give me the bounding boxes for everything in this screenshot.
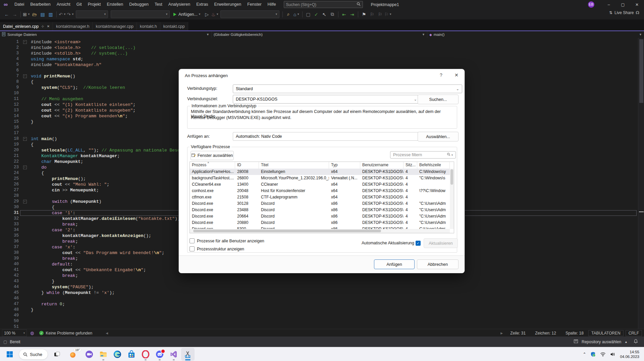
editor-vertical-scrollbar[interactable] [638, 38, 644, 329]
maximize-button[interactable]: ▢ [616, 0, 630, 9]
column-header-typ[interactable]: Typ [329, 162, 360, 169]
code-line-3[interactable]: 3#include <stdlib.h> // system(...) [0, 51, 644, 56]
attach-to-field[interactable]: Automatisch: Nativ Code [233, 132, 420, 141]
tray-chevron-up-icon[interactable]: ⌃ [583, 352, 586, 357]
toolbar-combobox[interactable]: ▼ [76, 10, 108, 18]
menu-ansicht[interactable]: Ansicht [54, 0, 73, 9]
process-row-discord-exe-30128[interactable]: Discord.exe30128Discordx86DESKTOP-KS1DGO… [190, 200, 450, 207]
toolbar-combobox[interactable]: ▼ [220, 10, 279, 18]
pick-window-button[interactable]: Fenster auswählen [191, 151, 234, 160]
menu-analysieren[interactable]: Analysieren [165, 0, 193, 9]
close-button[interactable]: ✕ [630, 0, 644, 9]
column-header-prozess[interactable]: ∧Prozess [190, 162, 235, 169]
fold-toggle-icon[interactable]: − [19, 73, 31, 79]
hscroll-left-arrow-icon[interactable]: ◀ [106, 332, 108, 335]
select-repository-button[interactable]: Repository auswählen [582, 340, 621, 344]
column-header-sitz[interactable]: Sitz... [404, 162, 417, 169]
copy-structure-icon[interactable]: ⧉ [328, 10, 336, 18]
code-line-2[interactable]: 2#include <locale.h> // setlocale(...) [0, 45, 644, 51]
taskbar-weather-widget[interactable]: 19° [64, 348, 82, 361]
tab-kontaktmanager-h[interactable]: kontaktmanager.h [53, 22, 93, 31]
back-arrow-icon[interactable]: ← [3, 10, 11, 18]
scrollbar-thumb[interactable] [193, 230, 381, 232]
show-process-tree-checkbox[interactable]: Prozessstruktur anzeigen [190, 246, 244, 251]
undo-icon[interactable]: ↶▼ [58, 10, 66, 18]
tab-datei_einlesen-cpp[interactable]: Datei_einlesen.cpp⊹✕ [0, 22, 53, 31]
spell-check-icon[interactable]: ✓ [312, 10, 320, 18]
pin-icon[interactable]: ⊹ [41, 24, 44, 28]
taskbar-app-opera[interactable] [139, 348, 152, 361]
solution-explorer-icon[interactable]: ⌂▼ [292, 10, 301, 18]
start-without-debugging-icon[interactable]: ▷ [203, 10, 211, 18]
cancel-button[interactable]: Abbrechen [417, 259, 459, 269]
taskbar-app-video-app[interactable] [83, 348, 96, 361]
bookmark-clear-icon[interactable]: ⚐▼ [384, 10, 392, 18]
menu-git[interactable]: Git [73, 0, 85, 9]
minimize-button[interactable]: – [602, 0, 616, 9]
taskbar-app-start-button[interactable] [3, 348, 16, 361]
process-row-ccleaner64-exe-13400[interactable]: CCleaner64.exe13400CCleanerx64DESKTOP-KS… [190, 181, 450, 188]
fold-toggle-icon[interactable]: − [19, 39, 31, 45]
user-avatar[interactable]: EB [588, 1, 594, 8]
cursor-select-icon[interactable]: ↖ [320, 10, 328, 18]
menu-bearbeiten[interactable]: Bearbeiten [27, 0, 53, 9]
checkbox-unchecked[interactable] [190, 238, 195, 243]
dialog-close-button[interactable]: ✕ [454, 72, 459, 78]
code-line-45[interactable]: 45 } while (Menuepunkt != 'x'); [0, 290, 644, 296]
menu-debuggen[interactable]: Debuggen [126, 0, 152, 9]
table-horizontal-scrollbar[interactable] [190, 229, 450, 233]
process-row-conhost-exe-20048[interactable]: conhost.exe20048Host für Konsolenfenster… [190, 188, 450, 194]
hscroll-right-arrow-icon[interactable]: ▶ [500, 332, 503, 335]
menu-test[interactable]: Test [152, 0, 165, 9]
menu-extras[interactable]: Extras [193, 0, 211, 9]
code-line-46[interactable]: 46 [0, 296, 644, 301]
bookmark-prev-icon[interactable]: ⚐ [368, 10, 376, 18]
taskbar-app-discord[interactable] [153, 348, 166, 361]
refresh-button[interactable]: Aktualisieren [424, 238, 458, 248]
process-row-applicationframehos--28008[interactable]: ApplicationFrameHos...28008Einstellungen… [190, 169, 450, 175]
breadcrumb-member-dropdown[interactable]: ◆ main() ▼ [427, 31, 644, 38]
breadcrumb-project-dropdown[interactable]: Sonstige Dateien ▼ [0, 31, 212, 38]
selection-box-icon[interactable]: ▢ [304, 10, 312, 18]
status-tabs-toggle[interactable]: TABULATOREN [588, 330, 624, 336]
open-file-icon[interactable]: 🗁 [31, 10, 39, 18]
connection-target-combobox[interactable]: DESKTOP-KS1DGOS⌄ [233, 95, 420, 104]
help-button[interactable]: ? [440, 72, 442, 78]
attach-run-button[interactable]: Anfügen...▼ [171, 11, 203, 17]
process-row-backgroundtaskhost--26800[interactable]: backgroundTaskHost....26800Microsoft.You… [190, 175, 450, 181]
table-vertical-scrollbar[interactable] [450, 169, 454, 229]
forward-arrow-icon[interactable]: → [11, 10, 19, 18]
save-all-icon[interactable]: ▥ [47, 10, 55, 18]
attach-button[interactable]: Anfügen [374, 259, 415, 269]
column-header-benutzername[interactable]: Benutzername [360, 162, 404, 169]
redo-icon[interactable]: ↷▼ [66, 10, 74, 18]
menu-projekt[interactable]: Projekt [85, 0, 104, 9]
menu-erweiterungen[interactable]: Erweiterungen [211, 0, 245, 9]
volume-icon[interactable] [610, 352, 615, 357]
code-line-42[interactable]: 42 break; [0, 273, 644, 279]
code-line-4[interactable]: 4using namespace std; [0, 56, 644, 62]
zoom-level-dropdown[interactable]: 100 %▾ [2, 329, 27, 337]
indent-decrease-icon[interactable]: ⇤ [340, 10, 348, 18]
process-table-rows[interactable]: ApplicationFrameHos...28008Einstellungen… [190, 169, 450, 229]
taskbar-app-microsoft-store[interactable] [125, 348, 138, 361]
find-button[interactable]: Suchen... [418, 95, 459, 104]
code-line-5[interactable]: 5#include "kontaktmanager.h" [0, 62, 644, 68]
taskbar-app-file-explorer[interactable] [97, 348, 110, 361]
scrollbar-thumb[interactable] [639, 39, 643, 103]
checkbox-unchecked[interactable] [190, 246, 195, 251]
notifications-bell-icon[interactable] [634, 339, 638, 345]
clock[interactable]: 14:55 04.06.2023 [620, 350, 639, 359]
column-header-id[interactable]: ID [235, 162, 259, 169]
scrollbar-thumb[interactable] [450, 169, 453, 185]
live-share-button[interactable]: ⇅ Live Share ☊ [609, 10, 639, 15]
process-row-discord-exe-5300[interactable]: Discord.exe5300Discordx86DESKTOP-KS1DGOS… [190, 226, 450, 229]
process-row-discord-exe-23488[interactable]: Discord.exe23488Discordx86DESKTOP-KS1DGO… [190, 207, 450, 213]
code-line-1[interactable]: 1−#include <iostream> [0, 39, 644, 45]
code-line-48[interactable]: 48} [0, 307, 644, 313]
save-icon[interactable]: ▤ [39, 10, 47, 18]
code-line-50[interactable]: 50 [0, 318, 644, 324]
find-in-files-icon[interactable]: ⌕ [284, 10, 292, 18]
menu-hilfe[interactable]: Hilfe [265, 0, 279, 9]
tab-kontaktmanager-cpp[interactable]: kontaktmanager.cpp [93, 22, 137, 31]
